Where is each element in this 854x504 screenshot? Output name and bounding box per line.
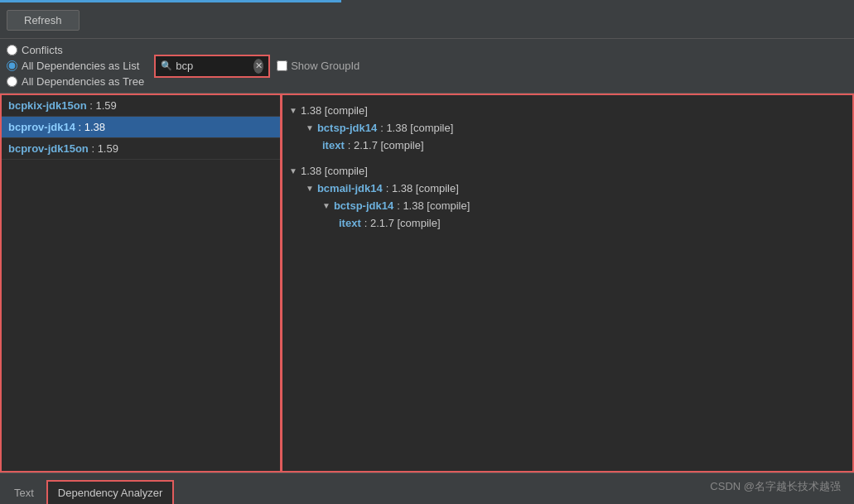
refresh-button[interactable]: Refresh bbox=[7, 10, 80, 31]
tree-section-1: ▼ 1.38 [compile] ▼ bctsp-jdk14 : 1.38 [c… bbox=[289, 102, 846, 154]
expand-icon: ▼ bbox=[322, 201, 331, 210]
expand-icon: ▼ bbox=[306, 123, 314, 132]
toolbar: Refresh bbox=[0, 2, 854, 39]
expand-icon: ▼ bbox=[289, 166, 297, 175]
dep-version: : 1.59 bbox=[87, 99, 117, 112]
dep-name: bcpkix-jdk15on bbox=[8, 99, 87, 112]
clear-search-button[interactable]: ✕ bbox=[253, 59, 263, 74]
dep-name: bcprov-jdk14 bbox=[8, 121, 75, 133]
tab-dependency-analyzer[interactable]: Dependency Analyzer bbox=[46, 480, 174, 504]
watermark: CSDN @名字越长技术越强 bbox=[710, 479, 841, 494]
progress-fill bbox=[0, 0, 341, 2]
search-input[interactable] bbox=[176, 60, 250, 72]
main-content: bcpkix-jdk15on : 1.59 bcprov-jdk14 : 1.3… bbox=[0, 94, 854, 473]
conflicts-label: Conflicts bbox=[22, 44, 63, 56]
show-groupid-text: Show GroupId bbox=[291, 60, 359, 72]
all-deps-list-radio-label[interactable]: All Dependencies as List bbox=[7, 60, 144, 72]
filter-row: Conflicts All Dependencies as List All D… bbox=[0, 39, 854, 94]
conflicts-radio-label[interactable]: Conflicts bbox=[7, 44, 144, 56]
all-deps-tree-radio-label[interactable]: All Dependencies as Tree bbox=[7, 75, 144, 88]
tree-child: ▼ bctsp-jdk14 : 1.38 [compile] bbox=[289, 119, 846, 137]
tree-name: bctsp-jdk14 bbox=[334, 199, 393, 212]
all-deps-tree-radio[interactable] bbox=[7, 76, 17, 87]
tree-version: : 2.1.7 [compile] bbox=[364, 217, 441, 229]
conflicts-radio[interactable] bbox=[7, 45, 17, 55]
show-groupid-label[interactable]: Show GroupId bbox=[277, 60, 359, 72]
dependency-list: bcpkix-jdk15on : 1.59 bcprov-jdk14 : 1.3… bbox=[2, 95, 280, 471]
tree-great-grandchild: itext : 2.1.7 [compile] bbox=[289, 214, 846, 232]
left-panel: bcpkix-jdk15on : 1.59 bcprov-jdk14 : 1.3… bbox=[0, 94, 282, 473]
radio-group: Conflicts All Dependencies as List All D… bbox=[7, 44, 144, 88]
tree-section-2: ▼ 1.38 [compile] ▼ bcmail-jdk14 : 1.38 [… bbox=[289, 162, 846, 232]
list-item[interactable]: bcprov-jdk14 : 1.38 bbox=[2, 117, 280, 138]
tab-text[interactable]: Text bbox=[3, 481, 45, 504]
search-icon: 🔍 bbox=[161, 60, 172, 71]
dep-version: : 1.59 bbox=[89, 142, 118, 155]
tree-root-1: ▼ 1.38 [compile] bbox=[289, 102, 846, 119]
tree-version: : 1.38 [compile] bbox=[386, 182, 459, 194]
all-deps-tree-label: All Dependencies as Tree bbox=[22, 75, 144, 88]
tree-name: bctsp-jdk14 bbox=[317, 122, 377, 134]
tree-root-label: 1.38 [compile] bbox=[301, 104, 368, 117]
tree-version: : 1.38 [compile] bbox=[397, 199, 470, 212]
search-box-container: 🔍 ✕ bbox=[154, 55, 270, 78]
expand-icon: ▼ bbox=[289, 106, 297, 115]
tree-version: : 2.1.7 [compile] bbox=[348, 139, 424, 151]
all-deps-list-label: All Dependencies as List bbox=[22, 60, 139, 72]
show-groupid-checkbox[interactable] bbox=[277, 60, 287, 71]
search-area: 🔍 ✕ Show GroupId bbox=[154, 55, 359, 78]
all-deps-list-radio[interactable] bbox=[7, 60, 17, 71]
tree-name: itext bbox=[322, 139, 345, 151]
tree-child: ▼ bcmail-jdk14 : 1.38 [compile] bbox=[289, 180, 846, 197]
tree-name: bcmail-jdk14 bbox=[317, 182, 383, 194]
tree-name: itext bbox=[339, 217, 361, 229]
list-item[interactable]: bcpkix-jdk15on : 1.59 bbox=[2, 95, 280, 117]
tree-grandchild: itext : 2.1.7 [compile] bbox=[289, 137, 846, 154]
progress-bar bbox=[0, 0, 854, 2]
expand-icon: ▼ bbox=[306, 184, 314, 193]
right-panel: ▼ 1.38 [compile] ▼ bctsp-jdk14 : 1.38 [c… bbox=[281, 94, 854, 473]
tree-version: : 1.38 [compile] bbox=[380, 122, 453, 134]
tree-root-label: 1.38 [compile] bbox=[301, 165, 368, 177]
list-item[interactable]: bcprov-jdk15on : 1.59 bbox=[2, 138, 280, 160]
tree-root-2: ▼ 1.38 [compile] bbox=[289, 162, 846, 180]
dep-version: : 1.38 bbox=[75, 121, 105, 133]
tree-grandchild: ▼ bctsp-jdk14 : 1.38 [compile] bbox=[289, 197, 846, 214]
dep-name: bcprov-jdk15on bbox=[8, 142, 89, 155]
